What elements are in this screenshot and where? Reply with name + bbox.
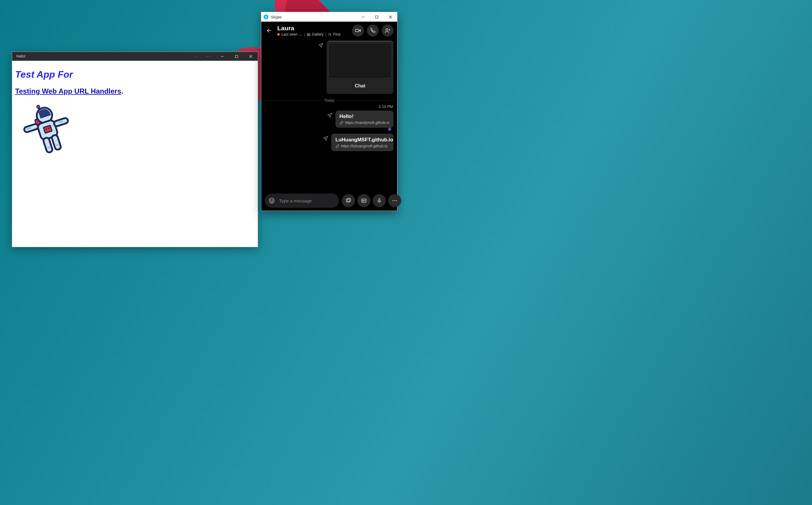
message-url[interactable]: https://mandymsft.github.io — [340, 121, 389, 125]
last-seen-label: Last seen … — [281, 32, 302, 36]
svg-rect-38 — [347, 199, 350, 202]
chat-messages[interactable]: Chat Today 2:10 PM Hello! https://mandym… — [261, 39, 397, 191]
page-heading: Test App For — [15, 69, 255, 80]
url-handlers-link[interactable]: Testing Web App URL Handlers — [15, 87, 121, 95]
svg-rect-13 — [23, 123, 38, 133]
page-subheading: Testing Web App URL Handlers. — [15, 87, 255, 96]
contact-meta: Last seen … | Gallery | Find — [277, 32, 349, 36]
svg-rect-30 — [356, 29, 359, 32]
skype-minimize-button[interactable] — [356, 12, 370, 22]
svg-rect-10 — [43, 125, 52, 133]
svg-line-20 — [56, 145, 58, 145]
link-icon — [340, 121, 344, 125]
pwa-title: Hello! — [16, 54, 192, 58]
emoji-button[interactable] — [267, 196, 277, 206]
audio-call-button[interactable] — [367, 25, 379, 36]
svg-point-41 — [363, 200, 364, 201]
video-call-button[interactable] — [352, 25, 364, 36]
date-separator: Today — [265, 98, 394, 103]
svg-line-19 — [47, 147, 50, 148]
pwa-minimize-button[interactable] — [215, 52, 229, 61]
sent-indicator-icon — [318, 42, 323, 48]
svg-point-28 — [328, 33, 331, 35]
svg-point-45 — [394, 200, 395, 201]
pwa-more-icon[interactable]: ··· — [201, 52, 215, 61]
skype-titlebar[interactable]: S Skype — [261, 12, 397, 22]
link-icon — [335, 144, 339, 148]
presence-away-icon — [277, 33, 280, 35]
link-preview-thumbnail — [328, 43, 392, 78]
find-link[interactable]: Find — [328, 32, 340, 36]
message-bubble[interactable]: LuHuangMSFT.github.io https://luhuangmsf… — [331, 134, 394, 151]
pwa-close-button[interactable] — [244, 52, 258, 61]
svg-rect-42 — [379, 199, 380, 201]
svg-point-44 — [393, 200, 394, 201]
svg-point-46 — [396, 200, 397, 201]
skype-close-button[interactable] — [384, 12, 397, 22]
pwa-maximize-button[interactable] — [229, 52, 244, 61]
sent-indicator-icon — [323, 136, 328, 141]
conversation-header: Laura Last seen … | Gallery | Find — [261, 22, 397, 39]
link-preview-card[interactable]: Chat — [326, 41, 394, 94]
skype-maximize-button[interactable] — [370, 12, 384, 22]
message-bubble[interactable]: Hello! https://mandymsft.github.io — [335, 111, 394, 128]
more-options-button[interactable] — [388, 194, 401, 207]
gallery-link[interactable]: Gallery — [307, 32, 323, 36]
svg-rect-39 — [347, 199, 351, 201]
read-receipt-icon — [388, 128, 391, 131]
message-title: Hello! — [340, 114, 389, 120]
svg-point-27 — [308, 34, 308, 34]
skype-window: S Skype Laura Last seen … | — [261, 12, 397, 211]
svg-marker-31 — [359, 30, 360, 32]
period: . — [121, 87, 123, 95]
pwa-window: Hello! · ··· Test App For Testing Web Ap… — [12, 51, 258, 247]
message-timestamp: 2:10 PM — [265, 104, 394, 109]
svg-point-32 — [386, 28, 388, 30]
svg-point-37 — [272, 200, 273, 200]
pwa-titlebar[interactable]: Hello! · ··· — [12, 52, 258, 61]
contact-name[interactable]: Laura — [277, 25, 349, 32]
svg-line-29 — [330, 35, 331, 36]
pwa-content: Test App For Testing Web App URL Handler… — [12, 61, 258, 247]
message-input[interactable] — [277, 198, 338, 203]
svg-point-36 — [270, 200, 271, 200]
add-participant-button[interactable] — [382, 25, 394, 36]
sent-indicator-icon — [327, 112, 332, 118]
record-audio-button[interactable] — [373, 194, 386, 207]
svg-point-6 — [36, 105, 40, 109]
send-contact-button[interactable] — [357, 194, 370, 207]
back-button[interactable] — [264, 25, 274, 35]
message-title: LuHuangMSFT.github.io — [335, 137, 389, 143]
astronaut-icon — [17, 104, 76, 163]
skype-app-name: Skype — [271, 15, 356, 19]
send-file-button[interactable] — [342, 194, 355, 207]
svg-point-35 — [269, 198, 274, 203]
message-composer — [261, 191, 397, 208]
pwa-menu-dot-icon[interactable]: · — [192, 52, 201, 61]
svg-rect-22 — [376, 16, 378, 18]
link-preview-label: Chat — [326, 78, 394, 94]
skype-logo-icon: S — [264, 14, 268, 19]
message-url[interactable]: https://luhuangmsft.github.io — [335, 144, 389, 148]
svg-rect-2 — [235, 55, 238, 57]
